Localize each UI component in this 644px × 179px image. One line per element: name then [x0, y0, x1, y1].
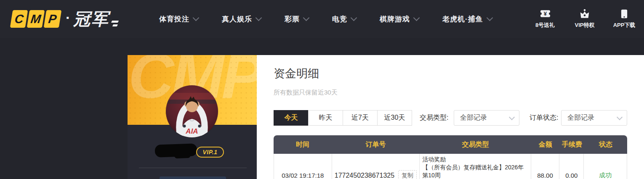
quick-link-vip[interactable]: VIP特权: [571, 9, 599, 29]
column-header-type: 交易类型: [420, 140, 531, 149]
type-line: 【（所有会员）复存赠送礼金】2026年第10周: [422, 163, 528, 179]
table-row: 03/02 19:17:18 1772450238671325 复制 活动奖励 …: [274, 154, 627, 179]
type-line: 活动奖励: [422, 155, 446, 163]
gift-ticket-icon: ¥: [540, 9, 551, 19]
profile-sidebar: CMP: [128, 55, 257, 179]
cell-transaction-type: 活动奖励 【（所有会员）复存赠送礼金】2026年第10周 首存后复存总额：100…: [420, 154, 531, 179]
username-redacted: [155, 143, 197, 157]
funds-table: 时间 订单号 交易类型 金额 手续费 状态 03/02 19:17:18 177…: [274, 135, 627, 179]
cell-fee: 0.00: [559, 154, 584, 179]
avatar[interactable]: AIA: [166, 85, 218, 137]
copy-button[interactable]: 复制: [398, 170, 417, 179]
nav-item-label: 棋牌游戏: [380, 14, 410, 24]
logo-brand-name: 冠军: [73, 11, 109, 27]
brand-logo[interactable]: C M P · 冠军: [11, 0, 118, 38]
logo-letter-box: M: [27, 10, 45, 28]
nav-item-label: 体育投注: [159, 14, 189, 24]
tab-last-30-days[interactable]: 近30天: [377, 110, 412, 126]
tab-last-7-days[interactable]: 近7天: [343, 110, 378, 126]
svg-text:¥: ¥: [543, 11, 547, 17]
nav-item-label: 电竞: [332, 14, 347, 24]
date-range-tabs: 今天 昨天 近7天 近30天: [274, 110, 412, 126]
avatar-jersey-text: AIA: [185, 127, 198, 135]
column-header-fee: 手续费: [560, 140, 584, 149]
table-header: 时间 订单号 交易类型 金额 手续费 状态: [274, 135, 627, 154]
funds-detail-panel: 资金明细 所有数据只保留近30天 今天 昨天 近7天 近30天 交易类型: 全部…: [257, 55, 644, 179]
chevron-down-icon: [351, 15, 357, 21]
chevron-down-icon: [413, 15, 420, 21]
page: C M P · 冠军 体育投注 真人娱乐 彩票 电竞: [0, 0, 644, 179]
quick-link-label: VIP特权: [575, 21, 595, 29]
logo-letter-box: C: [10, 10, 28, 28]
transaction-type-select[interactable]: 全部记录: [454, 110, 519, 126]
chevron-down-icon: [617, 114, 623, 120]
select-value: 全部记录: [460, 113, 487, 122]
logo-letter: C: [13, 12, 24, 26]
transaction-type-label: 交易类型:: [420, 110, 448, 126]
logo-separator-dot: ·: [66, 10, 70, 26]
top-nav-bar: C M P · 冠军 体育投注 真人娱乐 彩票 电竞: [0, 0, 644, 38]
logo-speed-dashes: [109, 21, 120, 26]
nav-item-board-games[interactable]: 棋牌游戏: [380, 14, 419, 24]
order-status-select[interactable]: 全部记录: [561, 110, 627, 126]
avatar-player-illustration: AIA: [166, 85, 218, 137]
cell-amount: 88.00: [531, 154, 560, 179]
order-status-label: 订单状态:: [530, 110, 558, 126]
tab-today[interactable]: 今天: [274, 110, 309, 126]
tab-yesterday[interactable]: 昨天: [308, 110, 343, 126]
select-value: 全部记录: [567, 113, 594, 122]
cell-order-no: 1772450238671325 复制: [332, 154, 420, 179]
column-header-status: 状态: [584, 140, 627, 149]
nav-item-slots-fishing[interactable]: 老虎机·捕鱼: [442, 14, 492, 24]
column-header-time: 时间: [274, 140, 332, 149]
logo-letter-box: P: [44, 10, 62, 28]
page-title: 资金明细: [274, 66, 319, 81]
phone-icon: [619, 9, 629, 19]
quick-link-gift[interactable]: ¥ 8号送礼: [531, 9, 559, 29]
nav-item-label: 彩票: [285, 14, 300, 24]
nav-item-label: 老虎机·捕鱼: [442, 14, 483, 24]
nav-item-esports[interactable]: 电竞: [332, 14, 356, 24]
column-header-amount: 金额: [531, 140, 560, 149]
nav-item-live-casino[interactable]: 真人娱乐: [222, 14, 261, 24]
crown-icon: [579, 9, 591, 19]
sidebar-clipped-content: [160, 176, 226, 179]
logo-letter: P: [48, 12, 57, 26]
vip-level-badge: VIP.1: [196, 147, 224, 158]
order-number: 1772450238671325: [335, 172, 394, 179]
chevron-down-icon: [255, 15, 262, 21]
cell-status: 成功: [584, 154, 627, 179]
page-subtitle: 所有数据只保留近30天: [274, 89, 338, 97]
nav-item-sports[interactable]: 体育投注: [159, 14, 198, 24]
quick-link-label: APP下载: [613, 21, 636, 29]
logo-letter: M: [30, 12, 42, 26]
chevron-down-icon: [193, 15, 200, 21]
chevron-down-icon: [486, 15, 493, 21]
quick-link-app-download[interactable]: APP下载: [610, 9, 638, 29]
nav-item-label: 真人娱乐: [222, 14, 252, 24]
quick-links: ¥ 8号送礼 VIP特权 APP下载: [531, 0, 638, 38]
cell-time: 03/02 19:17:18: [274, 154, 332, 179]
column-header-order-no: 订单号: [332, 140, 420, 149]
nav-item-lottery[interactable]: 彩票: [285, 14, 309, 24]
sidebar-divider: [139, 168, 247, 168]
quick-link-label: 8号送礼: [535, 21, 555, 29]
chevron-down-icon: [509, 114, 515, 120]
chevron-down-icon: [303, 15, 310, 21]
main-menu: 体育投注 真人娱乐 彩票 电竞 棋牌游戏 老虎机·捕鱼: [159, 0, 492, 38]
